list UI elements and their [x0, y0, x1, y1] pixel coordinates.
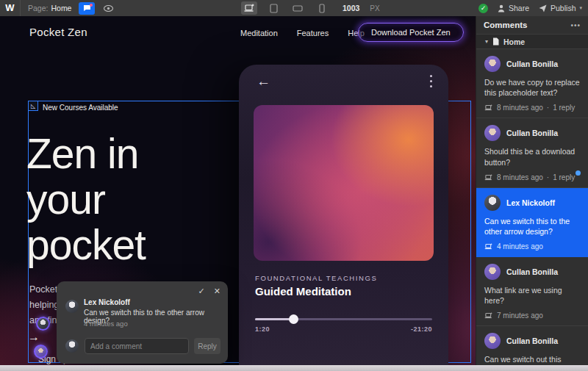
comment-meta: 7 minutes ago: [484, 311, 580, 320]
reply-count[interactable]: 1 reply: [553, 173, 575, 181]
comment-author: Cullan Bonilla: [506, 336, 558, 345]
comment-body: Can we switch out this image to align wi…: [484, 354, 580, 365]
share-label: Share: [509, 4, 529, 12]
panel-overflow-menu[interactable]: •••: [570, 21, 581, 29]
hero-heading-line: pocket: [26, 222, 146, 267]
comment-author: Cullan Bonilla: [506, 60, 558, 68]
comment-author: Cullan Bonilla: [506, 129, 558, 137]
breakpoint-desktop-icon: [484, 312, 493, 319]
phone-mockup: ← FOUNDATIONAL TEACHINGS Guided Meditati…: [239, 65, 448, 365]
site-header: Pocket Zen Meditation Features Help Down…: [0, 16, 476, 59]
popup-timestamp: 4 minutes ago: [84, 320, 128, 328]
resolve-check-icon[interactable]: ✓: [198, 287, 205, 296]
comment-card[interactable]: Cullan Bonilla Do we have copy to replac…: [476, 49, 588, 118]
hero-heading-line: your: [26, 176, 146, 222]
hero-heading[interactable]: Zen in your pocket: [26, 131, 146, 267]
breakpoint-group: 1003 PX: [241, 0, 380, 16]
comment-timestamp: 7 minutes ago: [497, 311, 543, 320]
webflow-designer-window: W Page: Home: [0, 0, 588, 371]
comment-meta: 8 minutes ago · 1 reply: [484, 104, 580, 112]
comments-panel: Comments ••• ▾ Home Cullan Bonilla Do we…: [476, 16, 588, 365]
breakpoint-desktop-button[interactable]: [241, 1, 257, 15]
breakpoint-phone-button[interactable]: [314, 1, 330, 15]
meta-separator: ·: [547, 104, 549, 112]
comment-notification-dot: [90, 4, 93, 7]
eye-icon: [104, 5, 113, 12]
reply-button[interactable]: Reply: [194, 338, 220, 354]
comment-popup: ✓ ✕ Lex Nickoloff Can we switch this to …: [57, 281, 228, 364]
breakpoint-tablet-button[interactable]: [265, 1, 282, 15]
comment-body: Should this be a download button?: [484, 146, 580, 167]
page-selector[interactable]: Home: [51, 4, 71, 12]
design-canvas[interactable]: Pocket Zen Meditation Features Help Down…: [0, 16, 476, 365]
selection-corner-handle[interactable]: ◺: [28, 101, 38, 111]
canvas-width-value[interactable]: 1003: [343, 4, 359, 12]
breakpoint-desktop-icon: [484, 174, 493, 181]
tablet-icon: [270, 4, 278, 13]
comment-timestamp: 4 minutes ago: [497, 242, 543, 251]
page-group-row[interactable]: ▾ Home: [476, 34, 588, 49]
arrow-right-icon: →: [28, 331, 40, 344]
comment-meta: 8 minutes ago · 1 reply: [484, 173, 580, 181]
avatar: [484, 125, 501, 141]
time-elapsed: 1:20: [255, 325, 270, 333]
track-title: Guided Meditation: [255, 285, 351, 298]
hero-heading-line: Zen in: [26, 131, 146, 176]
comment-author: Cullan Bonilla: [506, 267, 558, 276]
comment-meta: 4 minutes ago: [484, 242, 580, 251]
close-icon[interactable]: ✕: [214, 287, 220, 296]
time-remaining: -21:20: [411, 325, 432, 333]
comment-card[interactable]: Cullan Bonilla What link are we using he…: [476, 257, 588, 326]
back-arrow-icon[interactable]: ←: [257, 73, 270, 90]
popup-actions: ✓ ✕: [198, 287, 220, 296]
download-cta-button[interactable]: Download Pocket Zen: [358, 23, 464, 42]
person-icon: [498, 4, 505, 12]
popup-author: Lex Nickoloff: [84, 298, 130, 306]
page-group-name: Home: [503, 37, 525, 46]
comments-panel-header: Comments •••: [476, 16, 588, 34]
avatar: [484, 264, 501, 280]
publish-plane-icon: [539, 4, 547, 12]
comments-mode-button[interactable]: [79, 2, 95, 15]
avatar: [65, 339, 79, 353]
kebab-menu-icon[interactable]: [430, 75, 432, 87]
preview-button[interactable]: [104, 5, 113, 12]
panel-title: Comments: [484, 21, 527, 29]
avatar: [484, 56, 501, 72]
avatar: [484, 333, 501, 349]
window-bottom-strip: [0, 365, 588, 371]
phone-portrait-icon: [319, 4, 325, 13]
comment-body: Can we switch this to the other arrow de…: [484, 216, 580, 237]
breakpoint-landscape-button[interactable]: [290, 1, 306, 15]
share-button[interactable]: Share: [498, 4, 529, 12]
webflow-logo[interactable]: W: [0, 0, 21, 16]
progress-slider[interactable]: [255, 318, 432, 320]
comment-pin-cullan[interactable]: [34, 345, 48, 359]
progress-slider-thumb[interactable]: [289, 314, 298, 324]
add-comment-input[interactable]: [85, 338, 189, 354]
site-logo[interactable]: Pocket Zen: [29, 26, 87, 38]
comment-author: Lex Nickoloff: [506, 198, 555, 207]
nav-link-features[interactable]: Features: [297, 29, 329, 37]
comment-pin-lex[interactable]: [36, 317, 50, 331]
toolbar-left-group: W Page: Home: [0, 0, 113, 16]
saved-status-icon: ✓: [478, 4, 488, 13]
reply-count[interactable]: 1 reply: [553, 104, 575, 112]
canvas-width-unit: PX: [370, 4, 379, 12]
nav-link-meditation[interactable]: Meditation: [240, 29, 278, 37]
album-art-image: [254, 105, 434, 261]
avatar: [65, 300, 79, 313]
page-label: Page:: [28, 4, 48, 12]
hero-eyebrow-text[interactable]: New Courses Available: [43, 104, 118, 112]
comment-body: Do we have copy to replace this placehol…: [484, 77, 580, 98]
time-row: 1:20 -21:20: [255, 325, 432, 333]
track-category: FOUNDATIONAL TEACHINGS: [255, 274, 377, 282]
comment-card[interactable]: Cullan Bonilla Can we switch out this im…: [476, 326, 588, 365]
publish-button[interactable]: Publish ▾: [539, 4, 582, 12]
comment-card-selected[interactable]: Lex Nickoloff Can we switch this to the …: [476, 188, 588, 257]
unread-indicator-dot: [576, 170, 581, 176]
publish-label: Publish: [551, 4, 576, 12]
comment-card[interactable]: Cullan Bonilla Should this be a download…: [476, 118, 588, 187]
chevron-down-icon: ▾: [579, 5, 582, 11]
chevron-down-icon: ▾: [485, 38, 488, 45]
